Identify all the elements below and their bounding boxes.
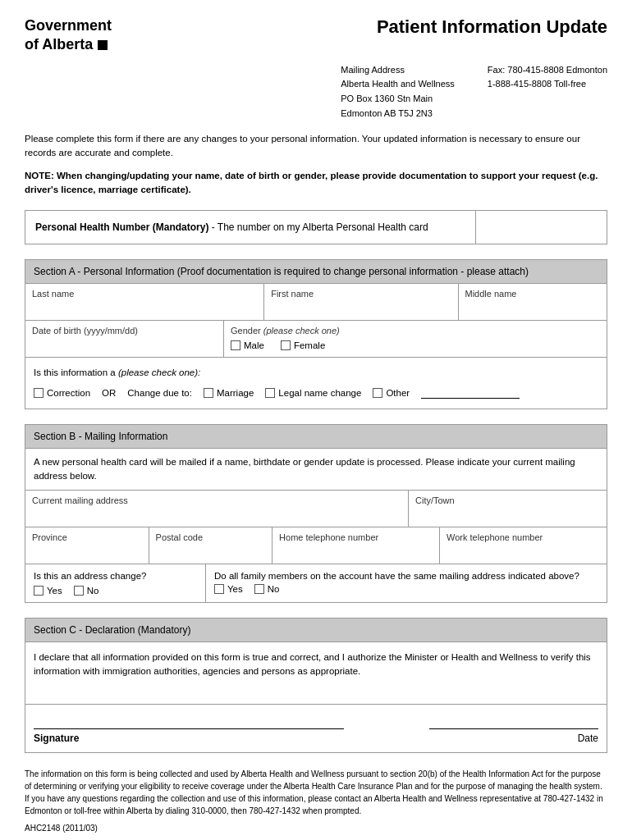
gov-line2: of Alberta [25, 35, 112, 54]
gov-line1: Government [25, 16, 112, 35]
signature-line[interactable] [34, 713, 344, 729]
correction-options: Correction OR Change due to: Marriage Le… [34, 385, 598, 402]
last-name-label: Last name [32, 289, 257, 299]
family-no-option[interactable]: No [254, 584, 280, 594]
addr-no-option[interactable]: No [74, 586, 99, 596]
female-option[interactable]: Female [281, 340, 325, 350]
legal-name-label: Legal name change [278, 385, 361, 402]
correction-option[interactable]: Correction [34, 385, 90, 402]
phn-title: Personal Health Number [35, 221, 149, 233]
province-label: Province [32, 532, 142, 542]
last-name-cell: Last name [25, 284, 264, 320]
middle-name-cell: Middle name [459, 284, 607, 320]
addr-yes-checkbox[interactable] [34, 586, 44, 596]
gender-cell: Gender (please check one) Male Female [224, 321, 607, 357]
marriage-label: Marriage [217, 385, 254, 402]
work-tel-cell: Work telephone number [440, 527, 607, 564]
section-b-header: Section B - Mailing Information [25, 425, 607, 449]
mailing-info: Mailing Address Alberta Health and Welln… [25, 63, 607, 121]
male-option[interactable]: Male [231, 340, 264, 350]
addr-no-label: No [87, 586, 99, 596]
or-text: OR [102, 385, 116, 402]
city-town-cell: City/Town [409, 491, 607, 527]
current-address-label: Current mailing address [32, 495, 401, 505]
other-field[interactable] [421, 387, 520, 399]
intro-text: Please complete this form if there are a… [25, 132, 607, 161]
addr-change-right: Do all family members on the account hav… [206, 564, 607, 602]
gender-options: Male Female [231, 340, 600, 350]
dob-label: Date of birth (yyyy/mm/dd) [32, 326, 217, 336]
work-tel-label: Work telephone number [447, 532, 600, 542]
family-no-label: No [268, 584, 280, 594]
signature-label: Signature [34, 733, 344, 744]
addr-change-label: Is this an address change? [34, 571, 197, 581]
addr-no-checkbox[interactable] [74, 586, 84, 596]
mailing-address-label: Mailing Address [341, 63, 455, 78]
addr-change-left: Is this an address change? Yes No [25, 564, 206, 602]
phn-description: - The number on my Alberta Personal Heal… [212, 221, 428, 233]
male-checkbox[interactable] [231, 340, 240, 350]
middle-name-label: Middle name [465, 289, 601, 299]
toll-free-number: 1-888-415-8808 Toll-free [488, 77, 607, 92]
note-text: NOTE: When changing/updating your name, … [25, 169, 607, 198]
date-line[interactable] [429, 713, 598, 729]
family-question: Do all family members on the account hav… [214, 571, 598, 581]
name-row: Last name First name Middle name [25, 284, 607, 321]
change-due-text: Change due to: [127, 385, 192, 402]
addr-change-row: Is this an address change? Yes No Do all… [25, 564, 607, 602]
mailing-city: Edmonton AB T5J 2N3 [341, 107, 455, 121]
female-label: Female [294, 340, 325, 350]
phn-input[interactable] [475, 211, 607, 244]
date-area: Date [429, 713, 598, 744]
other-label: Other [386, 385, 410, 402]
family-yes-label: Yes [227, 584, 243, 594]
phn-section: Personal Health Number (Mandatory) - The… [25, 210, 607, 244]
phn-label: Personal Health Number (Mandatory) - The… [25, 213, 475, 241]
alberta-square-icon [98, 40, 108, 50]
marriage-checkbox[interactable] [204, 388, 213, 398]
addr-yn: Yes No [34, 586, 197, 596]
fax-number: Fax: 780-415-8808 Edmonton [488, 63, 607, 78]
footer-text: The information on this form is being co… [25, 768, 607, 817]
mailing-address-block: Mailing Address Alberta Health and Welln… [341, 63, 455, 121]
form-number: AHC2148 (2011/03) [25, 824, 607, 833]
other-option[interactable]: Other [373, 385, 410, 402]
section-c: Section C - Declaration (Mandatory) I de… [25, 618, 607, 753]
section-a: Section A - Personal Information (Proof … [25, 259, 607, 409]
postal-code-cell: Postal code [149, 527, 273, 564]
signature-area: Signature [34, 713, 344, 744]
correction-label: Correction [47, 385, 90, 402]
declaration-text: I declare that all information provided … [25, 642, 607, 704]
addr-yes-option[interactable]: Yes [34, 586, 62, 596]
page-header: Government of Alberta Patient Informatio… [25, 16, 607, 55]
home-tel-label: Home telephone number [279, 532, 433, 542]
dob-gender-row: Date of birth (yyyy/mm/dd) Gender (pleas… [25, 321, 607, 358]
city-town-label: City/Town [415, 495, 600, 505]
other-checkbox[interactable] [373, 388, 382, 398]
home-tel-cell: Home telephone number [272, 527, 440, 564]
government-logo: Government of Alberta [25, 16, 112, 55]
section-b-info: A new personal health card will be maile… [25, 449, 607, 491]
family-no-checkbox[interactable] [254, 584, 264, 594]
fax-block: Fax: 780-415-8808 Edmonton 1-888-415-880… [488, 63, 607, 121]
correction-checkbox[interactable] [34, 388, 44, 398]
family-yn: Yes No [214, 584, 598, 594]
family-yes-checkbox[interactable] [214, 584, 224, 594]
marriage-option[interactable]: Marriage [204, 385, 254, 402]
addr-yes-label: Yes [47, 586, 62, 596]
address-row: Current mailing address City/Town [25, 491, 607, 527]
tel-row: Province Postal code Home telephone numb… [25, 527, 607, 564]
first-name-cell: First name [264, 284, 458, 320]
family-yes-option[interactable]: Yes [214, 584, 243, 594]
section-a-title: Section A - Personal Information [34, 266, 174, 277]
correction-title: Is this information a (please check one)… [34, 364, 598, 381]
legal-name-checkbox[interactable] [265, 388, 275, 398]
section-b-title: Section B - Mailing Information [34, 431, 167, 442]
postal-code-label: Postal code [156, 532, 266, 542]
date-label: Date [578, 733, 598, 744]
female-checkbox[interactable] [281, 340, 291, 350]
gender-label: Gender (please check one) [231, 326, 600, 336]
correction-row: Is this information a (please check one)… [25, 358, 607, 408]
signature-row: Signature Date [25, 704, 607, 752]
legal-name-option[interactable]: Legal name change [265, 385, 361, 402]
